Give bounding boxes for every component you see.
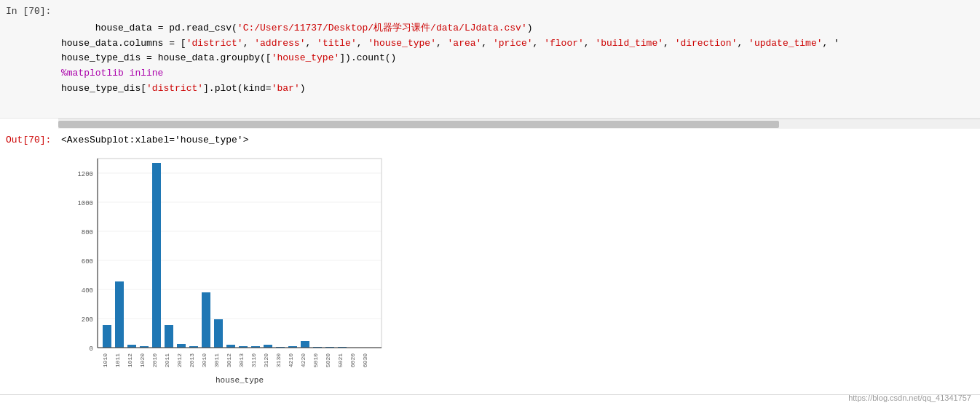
watermark: https://blog.csdn.net/qq_41341757	[848, 393, 971, 402]
bar-2012	[177, 344, 186, 348]
horizontal-scrollbar[interactable]	[58, 119, 980, 129]
y-label-1000: 1000	[77, 200, 93, 207]
cell-label-out: Out[70]:	[0, 133, 58, 145]
svg-text:1012: 1012	[127, 353, 133, 367]
y-label-400: 400	[82, 287, 93, 295]
svg-text:4210: 4210	[288, 353, 294, 367]
svg-rect-0	[98, 159, 382, 348]
bar-3011	[214, 319, 223, 348]
y-label-800: 800	[82, 229, 93, 236]
svg-text:5020: 5020	[325, 353, 331, 367]
notebook-cell: In [70]: house_data = pd.read_csv('C:/Us…	[0, 0, 980, 395]
scrollbar-thumb[interactable]	[58, 121, 779, 128]
output-text-line: <AxesSubplot:xlabel='house_type'>	[61, 135, 977, 145]
svg-text:2013: 2013	[189, 353, 195, 367]
svg-text:2012: 2012	[176, 353, 183, 367]
bar-1010	[103, 325, 111, 348]
x-axis-labels: 1010 1011 1012 1020 2010 2011 2012 2013 …	[102, 353, 368, 367]
cell-output: Out[70]: <AxesSubplot:xlabel='house_type…	[0, 129, 980, 394]
svg-text:3130: 3130	[275, 353, 282, 367]
bar-5020	[301, 341, 309, 348]
cell-label-in: In [70]:	[0, 4, 58, 17]
svg-text:2010: 2010	[151, 353, 158, 367]
output-content: <AxesSubplot:xlabel='house_type'> 0 200	[58, 133, 980, 385]
svg-text:4220: 4220	[300, 353, 307, 367]
x-axis-label: house_type	[216, 376, 264, 384]
code-line-1: house_data = pd.read_csv('C:/Users/11737…	[95, 23, 533, 33]
code-block: house_data = pd.read_csv('C:/Users/11737…	[58, 4, 980, 113]
svg-text:3110: 3110	[250, 353, 257, 367]
bar-1011	[115, 281, 124, 348]
svg-text:1010: 1010	[102, 353, 108, 367]
code-line-5: house_type_dis['district'].plot(kind='ba…	[61, 83, 306, 94]
bar-2011	[165, 325, 173, 348]
bar-2010	[152, 163, 161, 348]
svg-text:6020: 6020	[349, 353, 356, 367]
svg-text:2011: 2011	[164, 353, 170, 367]
svg-text:3011: 3011	[213, 353, 220, 367]
svg-text:5021: 5021	[337, 353, 344, 367]
code-line-3: house_type_dis = house_data.groupby(['ho…	[61, 52, 396, 63]
svg-text:1020: 1020	[139, 353, 146, 367]
bar-4120	[264, 345, 272, 348]
svg-text:3120: 3120	[263, 353, 269, 367]
chart-svg: 0 200 400 600 800 1000	[61, 151, 396, 384]
bar-3012	[226, 345, 235, 348]
code-line-2: house_data.columns = ['district', 'addre…	[61, 38, 839, 49]
svg-text:6030: 6030	[362, 353, 368, 367]
code-line-4: %matplotlib inline	[61, 68, 163, 79]
svg-text:5010: 5010	[312, 353, 319, 367]
bar-1012	[127, 345, 136, 348]
y-label-600: 600	[82, 258, 93, 265]
y-label-200: 200	[82, 316, 93, 324]
svg-text:3013: 3013	[238, 353, 245, 367]
svg-text:1011: 1011	[114, 353, 121, 367]
y-label-1200: 1200	[77, 171, 93, 178]
y-label-0: 0	[90, 345, 93, 353]
svg-text:3012: 3012	[226, 353, 232, 367]
bar-3010	[202, 292, 210, 348]
bar-chart: 0 200 400 600 800 1000	[61, 151, 396, 384]
cell-input: In [70]: house_data = pd.read_csv('C:/Us…	[0, 0, 980, 119]
svg-text:3010: 3010	[201, 353, 208, 367]
